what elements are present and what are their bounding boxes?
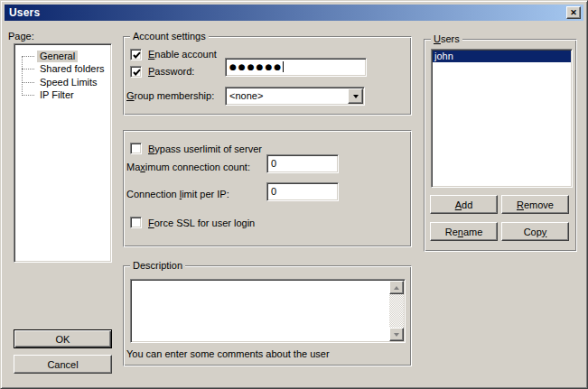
users-group: Users john Add Remove Rename Copy xyxy=(424,39,577,252)
page-label: Page: xyxy=(8,31,34,42)
page-tree: General Shared folders Speed Limits IP F… xyxy=(14,43,112,263)
rename-button[interactable]: Rename xyxy=(430,222,498,241)
group-membership-select[interactable]: <none> xyxy=(225,87,365,106)
add-button[interactable]: Add xyxy=(430,195,498,214)
tree-item-general[interactable]: General xyxy=(14,50,109,62)
password-masked-value: ●●●●●● xyxy=(229,62,283,71)
tree-item-ip-filter[interactable]: IP Filter xyxy=(14,88,109,101)
group-membership-dropdown-button[interactable] xyxy=(348,88,363,104)
description-textarea[interactable] xyxy=(130,279,406,343)
ok-button[interactable]: OK xyxy=(14,329,112,348)
enable-account-label: Enable account xyxy=(148,49,217,60)
max-connection-count-value: 0 xyxy=(271,158,276,169)
tree-item-label: IP Filter xyxy=(37,89,77,101)
text-cursor xyxy=(283,61,284,72)
enable-account-checkbox[interactable] xyxy=(130,49,142,60)
group-membership-label: Group membership: xyxy=(126,90,214,102)
max-connection-count-input[interactable]: 0 xyxy=(266,154,339,173)
password-label: Password: xyxy=(148,66,194,78)
tree-item-label: Shared folders xyxy=(37,63,107,75)
max-connection-count-label: Maximum connection count: xyxy=(126,162,250,173)
password-checkbox[interactable] xyxy=(130,66,142,78)
connection-limit-per-ip-label: Connection limit per IP: xyxy=(126,189,229,200)
users-group-title: Users xyxy=(431,33,462,44)
description-group: Description You can enter some comments … xyxy=(123,265,412,366)
password-input[interactable]: ●●●●●● xyxy=(225,58,367,77)
dropdown-arrow-icon xyxy=(353,95,359,98)
bypass-userlimit-label: Bypass userlimit of server xyxy=(148,144,262,155)
checkmark-icon xyxy=(132,51,142,60)
cancel-button[interactable]: Cancel xyxy=(14,355,112,374)
tree-item-label: Speed Limits xyxy=(37,77,100,88)
account-settings-group: Account settings Enable account Password… xyxy=(123,36,412,116)
description-hint: You can enter some comments about the us… xyxy=(126,348,330,360)
copy-button[interactable]: Copy xyxy=(501,222,569,241)
connection-settings-group: Bypass userlimit of server Maximum conne… xyxy=(123,130,412,247)
scroll-up-button[interactable] xyxy=(389,281,404,294)
scroll-down-button[interactable] xyxy=(389,328,404,341)
vertical-scrollbar[interactable] xyxy=(389,281,404,341)
tree-item-label: General xyxy=(37,51,78,62)
remove-button[interactable]: Remove xyxy=(501,195,569,214)
scroll-down-arrow-icon xyxy=(394,333,399,337)
window-title: Users xyxy=(9,6,40,19)
bypass-userlimit-checkbox[interactable] xyxy=(130,143,142,154)
group-membership-value: <none> xyxy=(229,90,263,102)
description-group-title: Description xyxy=(130,260,185,271)
connection-limit-per-ip-value: 0 xyxy=(271,186,276,197)
titlebar: Users ✕ xyxy=(5,5,583,21)
tree-item-shared-folders[interactable]: Shared folders xyxy=(14,62,109,75)
users-listbox: john xyxy=(431,49,573,188)
account-settings-group-title: Account settings xyxy=(130,31,209,42)
tree-item-speed-limits[interactable]: Speed Limits xyxy=(14,76,109,88)
close-button[interactable]: ✕ xyxy=(566,6,581,19)
connection-limit-per-ip-input[interactable]: 0 xyxy=(266,182,339,201)
scroll-up-arrow-icon xyxy=(394,286,399,290)
force-ssl-label: Force SSL for user login xyxy=(148,218,255,229)
checkmark-icon xyxy=(132,68,142,78)
close-icon: ✕ xyxy=(570,9,577,17)
force-ssl-checkbox[interactable] xyxy=(130,217,142,228)
users-dialog: Users ✕ Page: General Shared folders Spe… xyxy=(0,0,588,389)
user-list-item[interactable]: john xyxy=(433,51,571,62)
